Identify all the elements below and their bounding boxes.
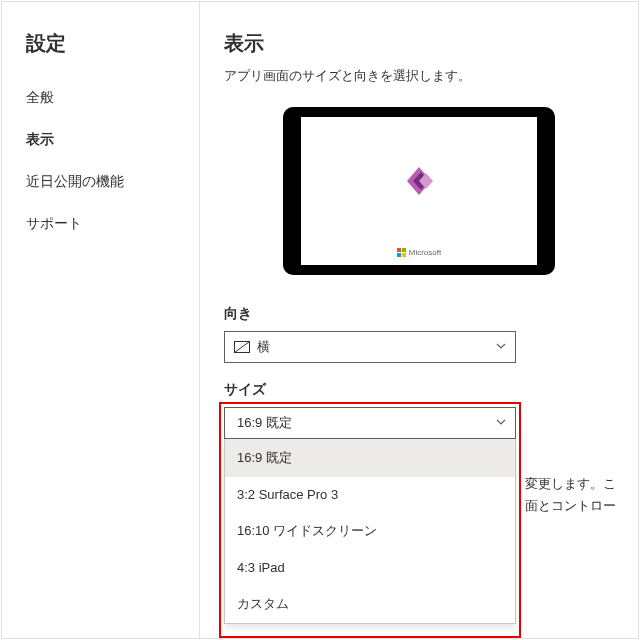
sidebar-item-support[interactable]: サポート	[2, 203, 199, 245]
size-dropdown[interactable]: 16:9 既定	[224, 407, 516, 439]
microsoft-logo-icon	[397, 248, 406, 257]
orientation-dropdown[interactable]: 横	[224, 331, 516, 363]
sidebar-item-display[interactable]: 表示	[2, 119, 199, 161]
size-value: 16:9 既定	[233, 414, 495, 432]
tablet-preview: Microsoft	[283, 107, 555, 275]
sidebar-item-general[interactable]: 全般	[2, 77, 199, 119]
landscape-icon	[233, 341, 251, 353]
size-dropdown-list: 16:9 既定 3:2 Surface Pro 3 16:10 ワイドスクリーン…	[224, 439, 516, 624]
orientation-field: 向き 横	[224, 305, 614, 363]
size-option-16-9[interactable]: 16:9 既定	[225, 439, 515, 477]
sidebar-title: 設定	[2, 30, 199, 77]
microsoft-brand: Microsoft	[397, 248, 441, 257]
size-label: サイズ	[224, 381, 614, 399]
settings-sidebar: 設定 全般 表示 近日公開の機能 サポート	[2, 2, 200, 638]
microsoft-label: Microsoft	[409, 248, 441, 257]
main-panel: 表示 アプリ画面のサイズと向きを選択します。 Microsoft	[200, 2, 638, 638]
orientation-label: 向き	[224, 305, 614, 323]
powerapps-logo-icon	[399, 161, 439, 201]
size-option-custom[interactable]: カスタム	[225, 585, 515, 623]
chevron-down-icon	[495, 415, 507, 431]
size-option-16-10[interactable]: 16:10 ワイドスクリーン	[225, 512, 515, 550]
page-title: 表示	[224, 30, 614, 57]
tablet-screen: Microsoft	[301, 117, 537, 265]
size-option-3-2[interactable]: 3:2 Surface Pro 3	[225, 477, 515, 512]
orientation-value: 横	[257, 338, 495, 356]
size-field: サイズ 変更します。こ 面とコントロー 16:9 既定 16:9 既定 3:2 …	[224, 381, 614, 624]
size-option-4-3[interactable]: 4:3 iPad	[225, 550, 515, 585]
chevron-down-icon	[495, 339, 507, 355]
sidebar-item-upcoming[interactable]: 近日公開の機能	[2, 161, 199, 203]
page-description: アプリ画面のサイズと向きを選択します。	[224, 67, 614, 85]
